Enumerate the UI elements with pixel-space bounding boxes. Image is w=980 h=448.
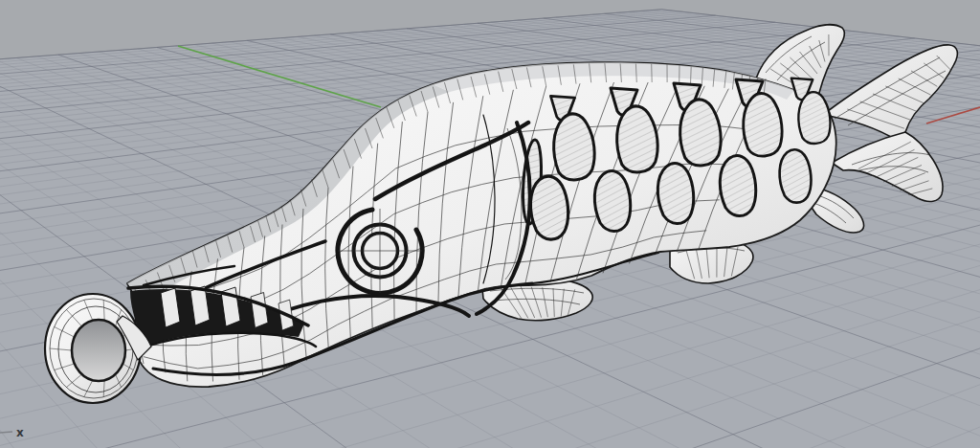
axis-icon-x-label: x	[16, 426, 24, 439]
axis-icon-line	[0, 432, 12, 433]
perspective-view[interactable]: x	[0, 0, 980, 448]
ring-hole	[72, 320, 125, 381]
cad-viewport[interactable]: x	[0, 0, 980, 448]
